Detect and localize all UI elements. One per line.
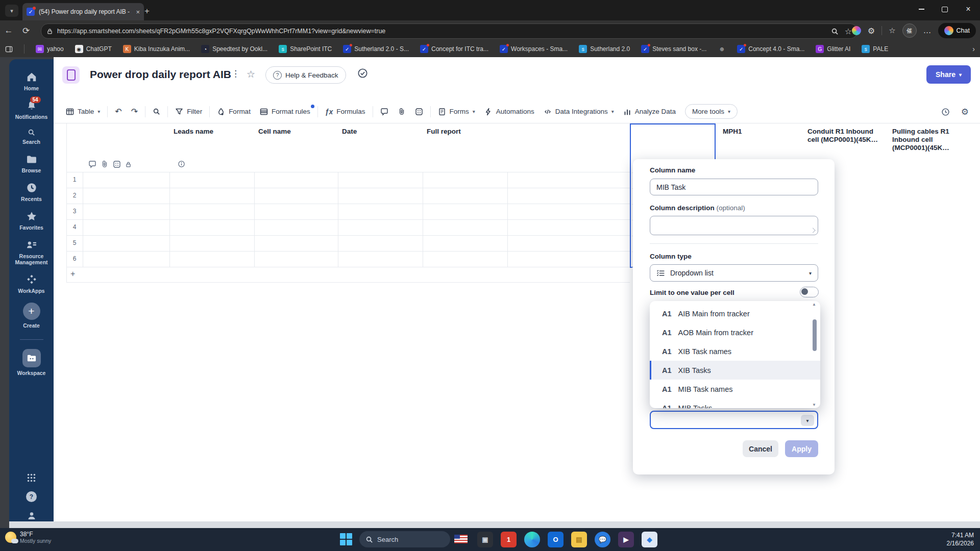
column-name-input[interactable]: MIB Task — [650, 179, 818, 195]
row-number[interactable]: 1 — [66, 176, 83, 183]
sidebar-item-workspace[interactable]: Workspace — [9, 349, 54, 376]
column-header-mph1[interactable]: MPH1 — [723, 128, 795, 136]
toolbar-comment-button[interactable] — [380, 108, 388, 116]
toolbar-undo-button[interactable]: ↶ — [115, 108, 121, 116]
row-number[interactable]: 3 — [66, 208, 83, 215]
bookmark-item[interactable]: sPALE — [862, 45, 888, 53]
toolbar-proofs-button[interactable] — [415, 108, 423, 116]
toolbar-analyze-data-button[interactable]: Analyze Data — [623, 108, 676, 116]
window-maximize-button[interactable] — [933, 0, 957, 18]
add-row-button[interactable]: + — [70, 269, 75, 279]
toolbar-format-button[interactable]: Format — [217, 108, 251, 116]
resize-handle-icon[interactable] — [810, 228, 815, 233]
sidebar-item-notifications[interactable]: 54Notifications — [9, 100, 54, 120]
copilot-chat-button[interactable]: Chat — [938, 23, 976, 38]
lock-icon[interactable] — [125, 160, 132, 168]
sidebar-item-workapps[interactable]: WorkApps — [9, 274, 54, 294]
apps-grid-icon[interactable] — [27, 473, 36, 483]
favorites-bar-icon[interactable]: ☆ — [889, 26, 895, 35]
refresh-icon[interactable]: ⟳ — [17, 26, 35, 36]
window-close-button[interactable]: × — [957, 0, 980, 18]
window-minimize-button[interactable] — [910, 0, 933, 18]
column-header-full-report[interactable]: Full report — [427, 128, 461, 136]
sidebar-panel-icon[interactable] — [5, 45, 13, 53]
toolbar-table-button[interactable]: Table▾ — [66, 108, 100, 116]
bookmark-item[interactable]: ✓Workspaces - Sma... — [500, 45, 568, 53]
limit-one-value-toggle[interactable] — [800, 287, 819, 297]
language-flag-icon[interactable] — [454, 535, 468, 543]
activity-log-icon[interactable] — [941, 108, 950, 116]
column-header-leads-name[interactable]: Leads name — [174, 128, 213, 136]
scroll-up-icon[interactable]: ▲ — [812, 302, 816, 307]
toolbar-more-tools-button[interactable]: More tools▾ — [685, 104, 738, 119]
column-type-option[interactable]: A1XIB Task names — [650, 342, 820, 361]
toolbar-automations-button[interactable]: Automations — [484, 108, 534, 116]
bookmarks-overflow-icon[interactable]: › — [972, 45, 975, 53]
sidebar-item-resource-management[interactable]: Resource Management — [9, 239, 54, 265]
alert-app-icon[interactable]: 1 — [501, 532, 517, 547]
taskbar-search[interactable]: Search — [359, 531, 450, 547]
row-number[interactable]: 6 — [66, 255, 83, 262]
edge-browser-icon[interactable] — [524, 532, 540, 547]
info-icon[interactable] — [178, 160, 185, 168]
sidebar-item-home[interactable]: Home — [9, 71, 54, 91]
bookmark-item[interactable]: KKiba Inuzuka Anim... — [123, 45, 190, 53]
settings-gear-icon[interactable]: ⚙ — [961, 107, 969, 117]
toolbar-search-button[interactable] — [153, 108, 160, 115]
row-number[interactable]: 2 — [66, 192, 83, 199]
media-app-icon[interactable]: ◆ — [642, 532, 657, 547]
profile-avatar[interactable]: 催 — [902, 23, 917, 38]
file-explorer-icon[interactable]: ▤ — [571, 532, 587, 547]
bookmark-item[interactable]: GGlitter AI — [816, 45, 850, 53]
column-header-conduit[interactable]: Conduit R1 Inbound cell (MCP0001)(45K… — [807, 128, 880, 144]
attachment-icon[interactable] — [101, 160, 109, 168]
sheet-menu-icon[interactable]: ⋮ — [231, 68, 240, 79]
tab-close-icon[interactable]: × — [136, 8, 140, 16]
chat-app-icon[interactable]: 💬 — [595, 532, 610, 547]
clipchamp-app-icon[interactable]: ▶ — [618, 532, 634, 547]
bookmark-item[interactable]: sSharePoint ITC — [279, 45, 332, 53]
system-tray-clock[interactable]: 7:41 AM 2/16/2026 — [947, 531, 974, 547]
column-type-option[interactable]: A1MIB Tasks — [650, 398, 820, 408]
zoom-page-icon[interactable] — [831, 28, 839, 35]
sidebar-item-browse[interactable]: Browse — [9, 154, 54, 173]
browser-tab[interactable]: ✓ (54) Power drop daily report AIB - S × — [22, 3, 144, 20]
column-header-date[interactable]: Date — [342, 128, 357, 136]
toolbar-data-integrations-button[interactable]: Data Integrations▾ — [544, 108, 614, 116]
sidebar-item-search[interactable]: Search — [9, 129, 54, 145]
column-type-option[interactable]: A1MIB Task names — [650, 380, 820, 398]
apply-button[interactable]: Apply — [785, 440, 818, 457]
monitor-app-icon[interactable]: ▣ — [477, 532, 493, 547]
toolbar-attachment-button[interactable] — [398, 108, 406, 116]
url-field[interactable]: https://app.smartsheet.com/sheets/qFR2pG… — [41, 23, 857, 39]
share-button[interactable]: Share ▾ — [926, 65, 971, 84]
values-chevron-icon[interactable]: ▾ — [801, 415, 814, 426]
column-type-select[interactable]: Dropdown list ▾ — [650, 264, 818, 282]
scrollbar-thumb[interactable] — [813, 319, 817, 351]
scroll-down-icon[interactable]: ▼ — [812, 403, 816, 407]
extension-icon[interactable] — [852, 26, 861, 35]
extensions-menu-icon[interactable]: ⚙ — [868, 26, 875, 36]
back-icon[interactable]: ← — [0, 26, 17, 36]
column-type-option-selected[interactable]: A1XIB Tasks — [650, 361, 820, 380]
column-header-cell-name[interactable]: Cell name — [258, 128, 291, 136]
cancel-button[interactable]: Cancel — [743, 440, 778, 457]
sidebar-item-create[interactable]: +Create — [9, 303, 54, 329]
help-icon[interactable]: ? — [26, 491, 37, 502]
dropdown-values-input[interactable]: ▾ — [650, 411, 818, 429]
row-number[interactable]: 5 — [66, 239, 83, 246]
bookmark-item[interactable]: ✓Steves sand box -... — [641, 45, 706, 53]
toolbar-forms-button[interactable]: Forms▾ — [438, 108, 475, 116]
column-header-pulling[interactable]: Pulling cables R1 Inbound cell (MCP0001)… — [892, 128, 965, 152]
outlook-app-icon[interactable]: O — [548, 532, 564, 547]
bookmark-item[interactable]: ◔Speedtest by Ookl... — [201, 45, 267, 53]
row-number[interactable]: 4 — [66, 223, 83, 231]
bookmark-item[interactable]: ◉ChatGPT — [75, 45, 112, 53]
column-description-input[interactable] — [650, 216, 818, 235]
toolbar-formulas-button[interactable]: ƒxFormulas — [325, 108, 365, 116]
weather-widget[interactable]: 38°F Mostly sunny — [5, 531, 51, 544]
start-button[interactable] — [340, 533, 353, 546]
toolbar-filter-button[interactable]: Filter — [175, 108, 202, 116]
bookmark-item[interactable]: ⊕ — [718, 45, 726, 53]
toolbar-format-rules-button[interactable]: Format rules — [260, 108, 310, 116]
